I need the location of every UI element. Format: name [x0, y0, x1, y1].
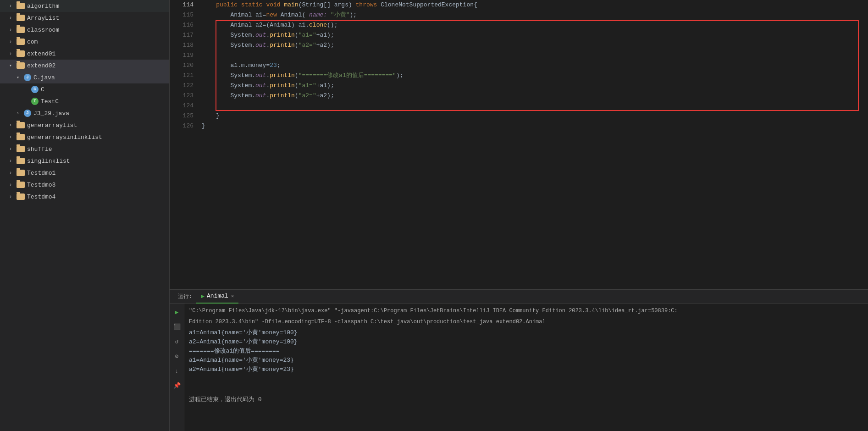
folder-icon: [17, 134, 25, 140]
sidebar-item-Testdmo3[interactable]: Testdmo3: [0, 179, 169, 191]
sidebar-item-generarraylist[interactable]: generarraylist: [0, 119, 169, 131]
line-num-115: 115: [170, 10, 194, 20]
tab-animal[interactable]: ▶ Animal ✕: [196, 290, 238, 304]
sidebar-item-extend01[interactable]: extend01: [0, 48, 169, 60]
sidebar-item-extend02[interactable]: extend02: [0, 60, 169, 72]
sidebar-item-label: Testdmo3: [27, 182, 55, 188]
sidebar-item-label: TestC: [41, 98, 59, 105]
bottom-toolbar: ▶ ⬛ ↺ ⚙ ↓ 📌: [170, 304, 184, 431]
output-text: a1=Animal{name='小黄'money=23}: [189, 356, 294, 365]
line-num-117: 117: [170, 30, 194, 40]
sidebar-item-ArrayList[interactable]: ArrayList: [0, 12, 169, 24]
code-line-122: System.out.println("a1="+a1);: [202, 81, 863, 91]
sidebar-item-com[interactable]: com: [0, 36, 169, 48]
line-num-118: 118: [170, 40, 194, 50]
line-num-124: 124: [170, 101, 194, 111]
sidebar-item-label: shuffle: [27, 146, 52, 153]
folder-icon: [17, 158, 25, 164]
code-line-120: a1.m.money=23;: [202, 61, 863, 71]
sidebar-item-label: C: [41, 86, 44, 93]
sidebar-item-label: C.java: [33, 74, 55, 81]
editor-area: ▶⬡114115116117118119120121122123124⬡125⬡…: [170, 0, 868, 289]
sidebar-item-label: extend01: [27, 50, 55, 57]
line-numbers: ▶⬡114115116117118119120121122123124⬡125⬡…: [170, 0, 197, 289]
arrow-icon: [9, 171, 17, 176]
output-line-1: a2=Animal{name='小黄'money=100}: [189, 337, 381, 347]
arrow-icon: [17, 75, 24, 80]
folder-icon: [17, 62, 25, 69]
code-line-119: [202, 50, 863, 61]
code-line-114: public static void main(String[] args) t…: [202, 0, 863, 10]
folder-icon: [17, 146, 25, 152]
sidebar-item-label: classroom: [27, 27, 59, 33]
sidebar-item-J3_29.java[interactable]: JJ3_29.java: [0, 107, 169, 119]
sidebar-item-C[interactable]: CC: [0, 83, 169, 95]
class-icon: T: [31, 98, 39, 105]
sidebar-item-label: extend02: [27, 62, 55, 69]
output-text: a2=Animal{name='小黄'money=23}: [189, 365, 294, 374]
arrow-icon: [9, 28, 17, 33]
sidebar-item-label: ArrayList: [27, 15, 59, 22]
arrow-icon: [9, 147, 17, 152]
sidebar-item-label: J3_29.java: [33, 110, 69, 117]
output-wrapper: a1=Animal{name='小黄'money=100}a2=Animal{n…: [189, 328, 381, 404]
sidebar-item-C.java[interactable]: JC.java: [0, 72, 169, 83]
arrow-icon: [9, 182, 17, 188]
sidebar-item-classroom[interactable]: classroom: [0, 24, 169, 36]
stop-button[interactable]: ⬛: [172, 322, 182, 332]
output-text: a1=Animal{name='小黄'money=100}: [189, 328, 298, 337]
sidebar-item-shuffle[interactable]: shuffle: [0, 143, 169, 155]
code-line-123: System.out.println("a2="+a2);: [202, 91, 863, 101]
folder-icon: [17, 27, 25, 33]
arrow-icon: [9, 4, 17, 9]
sidebar-item-generarraysinlinklist[interactable]: generarraysinlinklist: [0, 131, 169, 143]
folder-icon: [17, 193, 25, 200]
arrow-icon: [9, 16, 17, 21]
tab-label: Animal: [207, 293, 228, 299]
sidebar-item-label: com: [27, 39, 38, 45]
line-num-119: 119: [170, 50, 194, 61]
code-line-115: Animal a1=new Animal( name: "小黄");: [202, 10, 863, 20]
output-line-3: a1=Animal{name='小黄'money=23}: [189, 356, 381, 365]
pin-button[interactable]: 📌: [172, 381, 182, 391]
bottom-content: ▶ ⬛ ↺ ⚙ ↓ 📌 "C:\Program Files\Java\jdk-1…: [170, 304, 868, 431]
arrow-icon: [9, 194, 17, 199]
play-button[interactable]: ▶: [172, 307, 182, 317]
sidebar-item-label: singlinklist: [27, 158, 70, 165]
rerun-button[interactable]: ↺: [172, 337, 182, 347]
folder-icon: [17, 15, 25, 21]
folder-icon: [17, 122, 25, 128]
sidebar-item-algorithm[interactable]: algorithm: [0, 0, 169, 12]
folder-icon: [17, 3, 25, 9]
settings-button[interactable]: ⚙: [172, 351, 182, 361]
code-line-125: }: [202, 111, 863, 121]
output-text: a2=Animal{name='小黄'money=100}: [189, 337, 298, 347]
sidebar: algorithmArrayListclassroomcomextend01ex…: [0, 0, 170, 431]
sidebar-item-singlinklist[interactable]: singlinklist: [0, 155, 169, 167]
folder-icon: [17, 50, 25, 57]
sidebar-item-label: Testdmo4: [27, 193, 55, 200]
line-num-123: 123: [170, 91, 194, 101]
sidebar-item-TestC[interactable]: TTestC: [0, 95, 169, 107]
line-num-120: 120: [170, 61, 194, 71]
sidebar-item-label: algorithm: [27, 3, 59, 10]
line-num-125: ⬡125: [170, 111, 194, 121]
run-command-line-1: "C:\Program Files\Java\jdk-17\bin\java.e…: [189, 306, 863, 315]
code-line-124: [202, 101, 863, 111]
line-num-121: 121: [170, 71, 194, 81]
java-file-icon: J: [24, 74, 31, 81]
java-file-icon: J: [24, 110, 31, 117]
line-num-114: ▶⬡114: [170, 0, 194, 10]
arrow-icon: [9, 123, 17, 128]
code-line-117: System.out.println("a1="+a1);: [202, 30, 863, 40]
code-line-121: System.out.println("=======修改a1的值后======…: [202, 71, 863, 81]
output-area[interactable]: "C:\Program Files\Java\jdk-17\bin\java.e…: [184, 304, 868, 431]
sidebar-item-Testdmo4[interactable]: Testdmo4: [0, 191, 169, 203]
close-tab-icon[interactable]: ✕: [231, 293, 234, 299]
arrow-icon: [9, 135, 17, 140]
code-area[interactable]: public static void main(String[] args) t…: [197, 0, 868, 289]
output-line-0: a1=Animal{name='小黄'money=100}: [189, 328, 381, 337]
bottom-tabs: 运行: ▶ Animal ✕: [170, 290, 868, 304]
restore-button[interactable]: ↓: [172, 366, 182, 376]
sidebar-item-Testdmo1[interactable]: Testdmo1: [0, 167, 169, 179]
